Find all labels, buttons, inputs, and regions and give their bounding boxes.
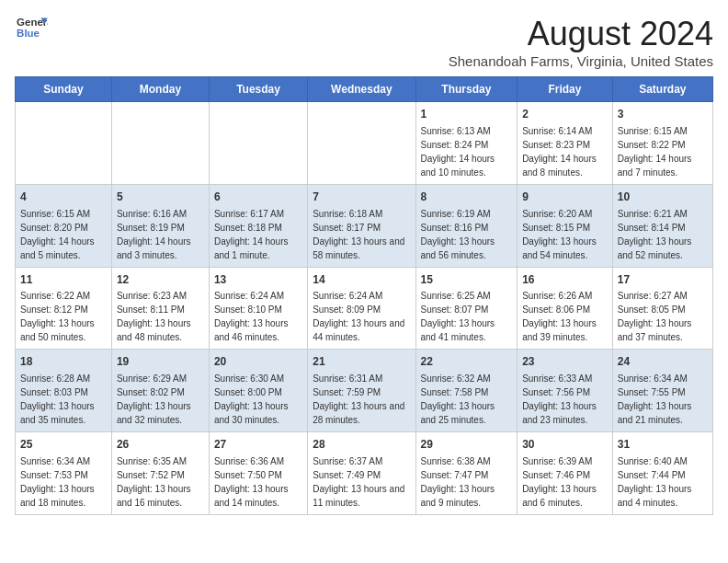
day-number: 7 [313, 190, 410, 205]
day-cell: 14Sunrise: 6:24 AM Sunset: 8:09 PM Dayli… [308, 267, 415, 350]
day-info: Sunrise: 6:27 AM Sunset: 8:05 PM Dayligh… [618, 289, 708, 344]
day-cell: 28Sunrise: 6:37 AM Sunset: 7:49 PM Dayli… [308, 432, 415, 515]
day-info: Sunrise: 6:22 AM Sunset: 8:12 PM Dayligh… [20, 289, 107, 344]
day-number: 3 [618, 107, 708, 122]
day-info: Sunrise: 6:33 AM Sunset: 7:56 PM Dayligh… [522, 372, 608, 427]
day-info: Sunrise: 6:32 AM Sunset: 7:58 PM Dayligh… [421, 372, 513, 427]
week-row-2: 4Sunrise: 6:15 AM Sunset: 8:20 PM Daylig… [16, 184, 713, 267]
week-row-3: 11Sunrise: 6:22 AM Sunset: 8:12 PM Dayli… [16, 267, 713, 350]
day-info: Sunrise: 6:36 AM Sunset: 7:50 PM Dayligh… [214, 454, 302, 510]
day-cell: 29Sunrise: 6:38 AM Sunset: 7:47 PM Dayli… [415, 432, 518, 515]
day-info: Sunrise: 6:28 AM Sunset: 8:03 PM Dayligh… [20, 372, 107, 427]
day-info: Sunrise: 6:18 AM Sunset: 8:17 PM Dayligh… [313, 207, 410, 262]
day-number: 24 [618, 354, 708, 370]
day-cell [308, 102, 415, 185]
day-number: 21 [313, 354, 410, 370]
day-number: 2 [522, 107, 608, 122]
day-info: Sunrise: 6:29 AM Sunset: 8:02 PM Dayligh… [117, 372, 204, 427]
title-section: August 2024 Shenandoah Farms, Virginia, … [449, 15, 713, 69]
day-number: 6 [214, 190, 302, 205]
day-cell: 31Sunrise: 6:40 AM Sunset: 7:44 PM Dayli… [612, 432, 712, 515]
day-number: 10 [618, 190, 708, 205]
day-cell: 18Sunrise: 6:28 AM Sunset: 8:03 PM Dayli… [16, 350, 112, 432]
day-info: Sunrise: 6:19 AM Sunset: 8:16 PM Dayligh… [421, 207, 513, 262]
day-number: 8 [421, 190, 513, 205]
day-number: 15 [421, 272, 513, 288]
day-number: 4 [20, 190, 107, 205]
main-title: August 2024 [449, 15, 713, 53]
day-number: 22 [421, 354, 513, 370]
day-number: 25 [20, 437, 107, 453]
day-info: Sunrise: 6:23 AM Sunset: 8:11 PM Dayligh… [117, 289, 204, 344]
header-cell-wednesday: Wednesday [308, 77, 415, 102]
day-cell: 9Sunrise: 6:20 AM Sunset: 8:15 PM Daylig… [518, 184, 613, 267]
day-info: Sunrise: 6:21 AM Sunset: 8:14 PM Dayligh… [618, 207, 708, 262]
header-cell-tuesday: Tuesday [209, 77, 307, 102]
day-number: 9 [522, 190, 608, 205]
day-cell: 7Sunrise: 6:18 AM Sunset: 8:17 PM Daylig… [308, 184, 415, 267]
day-cell: 2Sunrise: 6:14 AM Sunset: 8:23 PM Daylig… [518, 102, 613, 185]
day-cell: 11Sunrise: 6:22 AM Sunset: 8:12 PM Dayli… [16, 267, 112, 350]
day-number: 20 [214, 354, 302, 370]
day-number: 26 [117, 437, 204, 453]
day-cell [209, 102, 307, 185]
week-row-5: 25Sunrise: 6:34 AM Sunset: 7:53 PM Dayli… [16, 432, 713, 515]
day-cell: 24Sunrise: 6:34 AM Sunset: 7:55 PM Dayli… [612, 350, 712, 432]
header-cell-friday: Friday [518, 77, 613, 102]
day-cell: 26Sunrise: 6:35 AM Sunset: 7:52 PM Dayli… [111, 432, 209, 515]
day-cell: 25Sunrise: 6:34 AM Sunset: 7:53 PM Dayli… [16, 432, 112, 515]
day-number: 23 [522, 354, 608, 370]
day-cell [16, 102, 112, 185]
day-cell: 6Sunrise: 6:17 AM Sunset: 8:18 PM Daylig… [209, 184, 307, 267]
day-number: 5 [117, 190, 204, 205]
header-row: SundayMondayTuesdayWednesdayThursdayFrid… [16, 77, 713, 102]
logo-icon: General Blue [15, 15, 48, 42]
day-info: Sunrise: 6:34 AM Sunset: 7:55 PM Dayligh… [618, 372, 708, 427]
day-number: 17 [618, 272, 708, 288]
day-cell: 21Sunrise: 6:31 AM Sunset: 7:59 PM Dayli… [308, 350, 415, 432]
day-number: 12 [117, 272, 204, 288]
day-info: Sunrise: 6:17 AM Sunset: 8:18 PM Dayligh… [214, 207, 302, 262]
day-info: Sunrise: 6:13 AM Sunset: 8:24 PM Dayligh… [421, 124, 513, 179]
day-number: 13 [214, 272, 302, 288]
day-info: Sunrise: 6:38 AM Sunset: 7:47 PM Dayligh… [421, 454, 513, 510]
svg-text:Blue: Blue [17, 28, 40, 39]
day-info: Sunrise: 6:15 AM Sunset: 8:20 PM Dayligh… [20, 207, 107, 262]
day-cell: 20Sunrise: 6:30 AM Sunset: 8:00 PM Dayli… [209, 350, 307, 432]
week-row-4: 18Sunrise: 6:28 AM Sunset: 8:03 PM Dayli… [16, 350, 713, 432]
day-number: 11 [20, 272, 107, 288]
day-info: Sunrise: 6:24 AM Sunset: 8:10 PM Dayligh… [214, 289, 302, 344]
day-number: 18 [20, 354, 107, 370]
day-info: Sunrise: 6:20 AM Sunset: 8:15 PM Dayligh… [522, 207, 608, 262]
day-info: Sunrise: 6:26 AM Sunset: 8:06 PM Dayligh… [522, 289, 608, 344]
day-cell: 5Sunrise: 6:16 AM Sunset: 8:19 PM Daylig… [111, 184, 209, 267]
day-info: Sunrise: 6:37 AM Sunset: 7:49 PM Dayligh… [313, 454, 410, 510]
day-info: Sunrise: 6:25 AM Sunset: 8:07 PM Dayligh… [421, 289, 513, 344]
day-cell: 10Sunrise: 6:21 AM Sunset: 8:14 PM Dayli… [612, 184, 712, 267]
subtitle: Shenandoah Farms, Virginia, United State… [449, 53, 713, 69]
day-number: 27 [214, 437, 302, 453]
day-cell: 13Sunrise: 6:24 AM Sunset: 8:10 PM Dayli… [209, 267, 307, 350]
day-number: 16 [522, 272, 608, 288]
day-number: 19 [117, 354, 204, 370]
day-number: 1 [421, 107, 513, 122]
day-info: Sunrise: 6:30 AM Sunset: 8:00 PM Dayligh… [214, 372, 302, 427]
header-cell-monday: Monday [111, 77, 209, 102]
day-cell: 1Sunrise: 6:13 AM Sunset: 8:24 PM Daylig… [415, 102, 518, 185]
day-info: Sunrise: 6:31 AM Sunset: 7:59 PM Dayligh… [313, 372, 410, 427]
day-cell [111, 102, 209, 185]
day-cell: 15Sunrise: 6:25 AM Sunset: 8:07 PM Dayli… [415, 267, 518, 350]
day-cell: 4Sunrise: 6:15 AM Sunset: 8:20 PM Daylig… [16, 184, 112, 267]
header-cell-sunday: Sunday [16, 77, 112, 102]
header-cell-saturday: Saturday [612, 77, 712, 102]
day-number: 31 [618, 437, 708, 453]
day-number: 30 [522, 437, 608, 453]
day-info: Sunrise: 6:34 AM Sunset: 7:53 PM Dayligh… [20, 454, 107, 510]
header-cell-thursday: Thursday [415, 77, 518, 102]
logo: General Blue [15, 15, 48, 42]
day-info: Sunrise: 6:15 AM Sunset: 8:22 PM Dayligh… [618, 124, 708, 179]
calendar-table: SundayMondayTuesdayWednesdayThursdayFrid… [15, 76, 713, 515]
day-cell: 8Sunrise: 6:19 AM Sunset: 8:16 PM Daylig… [415, 184, 518, 267]
day-cell: 3Sunrise: 6:15 AM Sunset: 8:22 PM Daylig… [612, 102, 712, 185]
day-cell: 23Sunrise: 6:33 AM Sunset: 7:56 PM Dayli… [518, 350, 613, 432]
